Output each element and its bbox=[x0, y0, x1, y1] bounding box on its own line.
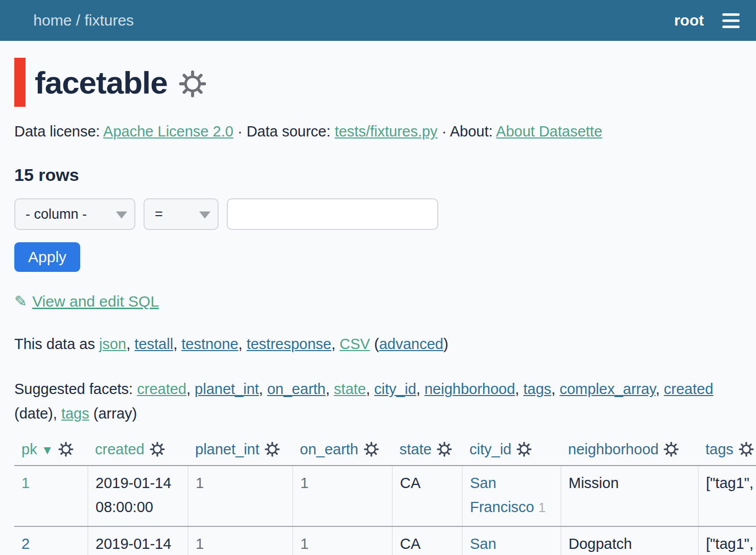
export-link-testall[interactable]: testall bbox=[134, 336, 173, 352]
metadata-separator: · bbox=[233, 123, 247, 140]
facet-link-complex-array[interactable]: complex_array bbox=[559, 381, 655, 397]
cell-created: 2019-01-14 08:00:00 bbox=[88, 466, 188, 526]
breadcrumb: home / fixtures bbox=[16, 0, 134, 47]
table-row: 1 2019-01-14 08:00:00 1 1 CA San Francis… bbox=[14, 466, 756, 526]
facet-link-created[interactable]: created bbox=[137, 381, 186, 397]
sort-link-created[interactable]: created bbox=[95, 441, 145, 457]
facet-link-on-earth[interactable]: on_earth bbox=[267, 381, 326, 397]
city-link[interactable]: San Francisco bbox=[470, 475, 534, 515]
pencil-icon: ✎ bbox=[14, 293, 27, 310]
about-label: About: bbox=[450, 123, 496, 140]
source-label: Data source: bbox=[247, 123, 335, 140]
sort-link-state[interactable]: state bbox=[399, 441, 432, 457]
filter-operator-select[interactable]: = bbox=[144, 198, 219, 230]
export-link-testnone[interactable]: testnone bbox=[181, 336, 238, 352]
export-link-testresponse[interactable]: testresponse bbox=[247, 336, 332, 352]
license-label: Data license: bbox=[14, 123, 103, 140]
facet-link-tags-array[interactable]: tags bbox=[61, 405, 89, 422]
facet-link-tags[interactable]: tags bbox=[523, 381, 551, 397]
city-id-badge: 1 bbox=[538, 500, 546, 515]
facet-link-city-id[interactable]: city_id bbox=[374, 381, 416, 397]
column-header-pk: pk▼ bbox=[14, 437, 88, 466]
user-menu-link[interactable]: root bbox=[674, 12, 704, 29]
column-cog-icon[interactable] bbox=[265, 442, 280, 457]
view-edit-sql-link[interactable]: View and edit SQL bbox=[32, 293, 159, 310]
facet-link-created-date[interactable]: created bbox=[664, 381, 714, 397]
filter-column-select[interactable]: - column - bbox=[14, 198, 135, 230]
sort-link-city-id[interactable]: city_id bbox=[469, 441, 511, 457]
export-link-csv[interactable]: CSV bbox=[340, 336, 370, 352]
breadcrumb-home-link[interactable]: home bbox=[33, 12, 72, 29]
cell-tags: ["tag1", "tag2"] bbox=[698, 466, 756, 526]
export-line: This data as json, testall, testnone, te… bbox=[14, 333, 742, 355]
main-content: facetable Data license: Apache License 2… bbox=[0, 58, 756, 426]
operator-select-wrapper: = bbox=[144, 198, 219, 230]
column-cog-icon[interactable] bbox=[739, 442, 754, 457]
table-viewport: pk▼ created planet_int on_earth state ci… bbox=[0, 437, 756, 555]
apply-button[interactable]: Apply bbox=[14, 242, 80, 272]
export-link-json[interactable]: json bbox=[99, 336, 126, 352]
cell-planet-int: 1 bbox=[188, 466, 293, 526]
sort-link-pk[interactable]: pk bbox=[21, 441, 37, 457]
cell-pk: 1 bbox=[14, 466, 88, 526]
column-header-on-earth: on_earth bbox=[293, 437, 392, 466]
column-cog-icon[interactable] bbox=[150, 442, 165, 457]
hamburger-menu-button[interactable] bbox=[722, 11, 740, 30]
top-nav-right: root bbox=[674, 11, 740, 30]
column-cog-icon[interactable] bbox=[437, 442, 452, 457]
facet-suffix: (array) bbox=[89, 405, 137, 422]
column-cog-icon[interactable] bbox=[516, 442, 532, 457]
hamburger-icon bbox=[722, 13, 740, 16]
row-pk-link[interactable]: 1 bbox=[21, 475, 30, 491]
column-cog-icon[interactable] bbox=[364, 442, 379, 457]
license-link[interactable]: Apache License 2.0 bbox=[103, 123, 233, 140]
facets-prefix: Suggested facets: bbox=[14, 381, 137, 397]
column-select-wrapper: - column - bbox=[14, 198, 135, 230]
data-table: pk▼ created planet_int on_earth state ci… bbox=[14, 437, 756, 555]
cell-state: CA bbox=[392, 526, 462, 555]
row-pk-link[interactable]: 2 bbox=[21, 536, 30, 552]
column-header-state: state bbox=[392, 437, 462, 466]
about-link[interactable]: About Datasette bbox=[496, 123, 602, 140]
column-header-created: created bbox=[88, 437, 188, 466]
column-cog-icon[interactable] bbox=[58, 442, 74, 457]
column-cog-icon[interactable] bbox=[664, 442, 679, 457]
filter-value-input[interactable] bbox=[227, 198, 438, 230]
cell-city-id: San Francisco1 bbox=[462, 526, 561, 555]
sort-link-neighborhood[interactable]: neighborhood bbox=[568, 441, 658, 457]
column-header-city-id: city_id bbox=[462, 437, 561, 466]
facet-link-planet-int[interactable]: planet_int bbox=[195, 381, 259, 397]
page-title-row: facetable bbox=[14, 58, 742, 107]
page-title: facetable bbox=[35, 64, 168, 101]
column-header-planet-int: planet_int bbox=[188, 437, 293, 466]
suggested-facets-line: Suggested facets: created, planet_int, o… bbox=[14, 377, 742, 426]
metadata-line: Data license: Apache License 2.0 · Data … bbox=[14, 120, 742, 143]
filter-form: - column - = bbox=[14, 198, 742, 230]
breadcrumb-separator: / bbox=[72, 12, 84, 29]
cell-on-earth: 1 bbox=[293, 526, 392, 555]
cell-on-earth: 1 bbox=[293, 466, 392, 526]
sort-link-on-earth[interactable]: on_earth bbox=[300, 441, 359, 457]
table-row: 2 2019-01-14 08:00:00 1 1 CA San Francis… bbox=[14, 526, 756, 555]
facet-link-neighborhood[interactable]: neighborhood bbox=[424, 381, 515, 397]
cell-neighborhood: Dogpatch bbox=[561, 526, 698, 555]
source-link[interactable]: tests/fixtures.py bbox=[335, 123, 437, 140]
cell-neighborhood: Mission bbox=[561, 466, 698, 526]
column-header-tags: tags bbox=[698, 437, 756, 466]
table-cog-icon[interactable] bbox=[179, 70, 206, 98]
sort-link-planet-int[interactable]: planet_int bbox=[195, 441, 259, 457]
cell-created: 2019-01-14 08:00:00 bbox=[88, 526, 188, 555]
breadcrumb-db-link[interactable]: fixtures bbox=[84, 12, 134, 29]
cell-tags: ["tag1", "tag3"] bbox=[698, 526, 756, 555]
sort-link-tags[interactable]: tags bbox=[705, 441, 734, 457]
metadata-separator: · bbox=[438, 123, 450, 140]
row-count: 15 rows bbox=[14, 165, 742, 185]
title-accent-bar bbox=[14, 58, 26, 107]
facet-link-state[interactable]: state bbox=[334, 381, 366, 397]
export-link-advanced[interactable]: advanced bbox=[379, 336, 443, 352]
export-prefix: This data as bbox=[14, 336, 99, 352]
cell-planet-int: 1 bbox=[188, 526, 293, 555]
city-link[interactable]: San Francisco bbox=[470, 536, 534, 555]
sql-link-line: ✎View and edit SQL bbox=[14, 292, 742, 310]
cell-city-id: San Francisco1 bbox=[462, 466, 561, 526]
